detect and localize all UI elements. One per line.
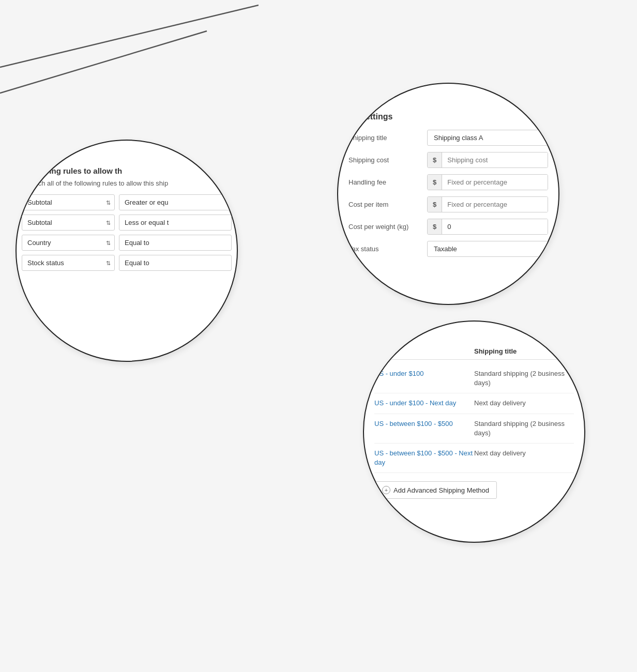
settings-row-cost-per-item: Cost per item $ bbox=[348, 196, 548, 212]
rule-row-3: Country Equal to bbox=[22, 235, 232, 251]
rule-condition-3: Equal to bbox=[119, 235, 232, 251]
rules-header: following rules to allow th bbox=[22, 166, 232, 175]
settings-panel: ng settings Shipping title Shipping clas… bbox=[348, 112, 548, 263]
settings-label-shipping-cost: Shipping cost bbox=[348, 156, 421, 164]
methods-title-1: Standard shipping (2 business days) bbox=[474, 369, 574, 388]
rule-field-select-1[interactable]: Subtotal bbox=[22, 194, 115, 210]
methods-title-2: Next day delivery bbox=[474, 399, 574, 408]
rule-field-wrapper-4: Stock status bbox=[22, 255, 115, 271]
methods-circle: Shipping title US - under $100 Standard … bbox=[363, 320, 585, 543]
settings-label-cost-per-weight: Cost per weight (kg) bbox=[348, 223, 421, 231]
settings-label-tax-status: Tax status bbox=[348, 245, 421, 253]
rule-row-2: Subtotal Less or equal t bbox=[22, 215, 232, 231]
methods-col-title-header: Shipping title bbox=[474, 347, 574, 355]
methods-header-row: Shipping title bbox=[374, 347, 574, 360]
rule-field-wrapper-3: Country bbox=[22, 235, 115, 251]
settings-input-shipping-cost[interactable] bbox=[442, 152, 548, 167]
settings-prefix-handling-fee: $ bbox=[428, 175, 442, 190]
rule-field-select-4[interactable]: Stock status bbox=[22, 255, 115, 271]
settings-input-wrapper-handling-fee: $ bbox=[427, 174, 548, 190]
methods-name-2[interactable]: US - under $100 - Next day bbox=[374, 399, 474, 408]
methods-panel: Shipping title US - under $100 Standard … bbox=[374, 347, 574, 499]
rules-header-text: following rules to allow th bbox=[27, 166, 122, 175]
settings-input-wrapper-cost-per-item: $ bbox=[427, 196, 548, 212]
settings-row-tax-status: Tax status Taxable bbox=[348, 241, 548, 257]
settings-input-handling-fee[interactable] bbox=[442, 175, 548, 190]
methods-title-3: Standard shipping (2 business days) bbox=[474, 419, 574, 438]
settings-prefix-shipping-cost: $ bbox=[428, 152, 442, 167]
rules-subheader: match all of the following rules to allo… bbox=[22, 179, 232, 187]
rule-row-1: Subtotal Greater or equ bbox=[22, 194, 232, 210]
settings-input-cost-per-weight[interactable] bbox=[442, 219, 548, 234]
rule-field-wrapper-1: Subtotal bbox=[22, 194, 115, 210]
add-method-label: Add Advanced Shipping Method bbox=[393, 486, 489, 494]
rule-condition-1: Greater or equ bbox=[119, 194, 232, 210]
settings-value-shipping-title[interactable]: Shipping class A bbox=[427, 130, 548, 146]
settings-row-shipping-title: Shipping title Shipping class A bbox=[348, 130, 548, 146]
settings-input-wrapper-cost-per-weight: $ bbox=[427, 219, 548, 235]
settings-input-wrapper-shipping-cost: $ bbox=[427, 152, 548, 168]
methods-name-1[interactable]: US - under $100 bbox=[374, 369, 474, 378]
methods-name-3[interactable]: US - between $100 - $500 bbox=[374, 419, 474, 429]
svg-line-1 bbox=[0, 31, 207, 93]
settings-content: ng settings Shipping title Shipping clas… bbox=[338, 84, 558, 304]
rules-panel: following rules to allow th match all of… bbox=[17, 166, 237, 275]
settings-circle: ng settings Shipping title Shipping clas… bbox=[337, 83, 559, 305]
rule-row-4: Stock status Equal to bbox=[22, 255, 232, 271]
settings-label-shipping-title: Shipping title bbox=[348, 134, 421, 142]
settings-value-tax-status[interactable]: Taxable bbox=[427, 241, 548, 257]
rule-field-select-2[interactable]: Subtotal bbox=[22, 215, 115, 231]
settings-panel-title: ng settings bbox=[348, 112, 548, 121]
add-advanced-shipping-method-button[interactable]: + Add Advanced Shipping Method bbox=[374, 481, 497, 499]
plus-icon: + bbox=[382, 486, 390, 494]
methods-row-1: US - under $100 Standard shipping (2 bus… bbox=[374, 364, 574, 393]
methods-col-name-header bbox=[374, 347, 474, 355]
rules-subheader-text: match all of the following rules to allo… bbox=[27, 179, 168, 187]
settings-prefix-cost-per-weight: $ bbox=[428, 219, 442, 234]
diagonal-decoration bbox=[0, 0, 259, 114]
settings-row-handling-fee: Handling fee $ bbox=[348, 174, 548, 190]
settings-row-shipping-cost: Shipping cost $ bbox=[348, 152, 548, 168]
settings-label-handling-fee: Handling fee bbox=[348, 178, 421, 186]
methods-title-4: Next day delivery bbox=[474, 449, 574, 458]
rule-condition-2: Less or equal t bbox=[119, 215, 232, 231]
settings-label-cost-per-item: Cost per item bbox=[348, 201, 421, 208]
methods-content: Shipping title US - under $100 Standard … bbox=[364, 322, 584, 542]
rules-circle: following rules to allow th match all of… bbox=[16, 140, 238, 362]
svg-line-0 bbox=[0, 5, 259, 67]
rule-field-select-3[interactable]: Country bbox=[22, 235, 115, 251]
rule-field-wrapper-2: Subtotal bbox=[22, 215, 115, 231]
settings-row-cost-per-weight: Cost per weight (kg) $ bbox=[348, 219, 548, 235]
methods-row-2: US - under $100 - Next day Next day deli… bbox=[374, 393, 574, 414]
methods-row-3: US - between $100 - $500 Standard shippi… bbox=[374, 414, 574, 444]
methods-name-4[interactable]: US - between $100 - $500 - Next day bbox=[374, 449, 474, 467]
methods-row-4: US - between $100 - $500 - Next day Next… bbox=[374, 444, 574, 473]
rules-content: following rules to allow th match all of… bbox=[17, 141, 237, 361]
settings-input-cost-per-item[interactable] bbox=[442, 197, 548, 212]
settings-prefix-cost-per-item: $ bbox=[428, 197, 442, 212]
rule-condition-4: Equal to bbox=[119, 255, 232, 271]
